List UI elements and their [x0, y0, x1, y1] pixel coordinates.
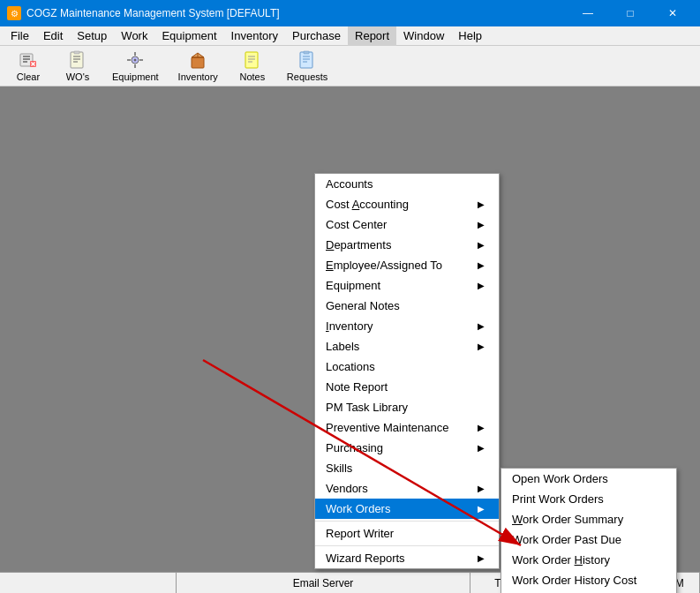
employee-assigned-arrow: ▶ — [478, 260, 485, 270]
title-bar-left: ⚙ COGZ Maintenance Management System [DE… — [7, 6, 280, 20]
accounts-label: Accounts — [326, 177, 373, 191]
employee-assigned-label: Employee/Assigned To — [326, 259, 442, 272]
status-email: Email Server — [177, 573, 470, 593]
menu-file[interactable]: File — [4, 26, 36, 46]
menu-cost-center[interactable]: Cost Center ▶ — [315, 214, 499, 235]
minimize-button[interactable]: — — [568, 0, 608, 26]
work-order-past-due-label: Work Order Past Due — [512, 533, 621, 546]
menu-skills[interactable]: Skills — [315, 458, 499, 478]
menu-help[interactable]: Help — [451, 26, 489, 46]
maximize-button[interactable]: □ — [610, 0, 651, 26]
app-icon: ⚙ — [7, 6, 21, 20]
menu-divider — [315, 521, 499, 522]
svg-rect-7 — [71, 52, 83, 68]
submenu-work-order-history[interactable]: Work Order History — [501, 550, 676, 570]
menu-inventory-report[interactable]: Inventory ▶ — [315, 316, 499, 336]
menu-departments[interactable]: Departments ▶ — [315, 235, 499, 255]
report-menu: Accounts Cost Accounting ▶ Cost Center ▶… — [314, 173, 500, 569]
equipment-report-arrow: ▶ — [478, 281, 485, 290]
menu-work[interactable]: Work — [114, 26, 154, 46]
purchasing-label: Purchasing — [326, 441, 383, 454]
pm-task-library-label: PM Task Library — [326, 401, 408, 414]
equipment-icon — [125, 50, 145, 70]
svg-rect-16 — [127, 59, 131, 61]
menu-equipment-report[interactable]: Equipment ▶ — [315, 275, 499, 296]
menu-vendors[interactable]: Vendors ▶ — [315, 478, 499, 499]
menu-employee-assigned[interactable]: Employee/Assigned To ▶ — [315, 255, 499, 275]
svg-rect-14 — [134, 52, 136, 56]
menu-window[interactable]: Window — [396, 26, 451, 46]
work-order-history-cost-label: Work Order History Cost — [512, 574, 636, 587]
print-work-orders-label: Print Work Orders — [512, 492, 604, 506]
toolbar-equipment-button[interactable]: Equipment — [104, 46, 167, 86]
menu-equipment[interactable]: Equipment — [154, 26, 223, 46]
menu-work-orders[interactable]: Work Orders ▶ — [315, 499, 499, 519]
inventory-report-arrow: ▶ — [478, 321, 485, 331]
wizard-reports-label: Wizard Reports — [326, 552, 405, 565]
submenu-print-work-orders[interactable]: Print Work Orders — [501, 489, 676, 509]
menu-purchase[interactable]: Purchase — [285, 26, 348, 46]
menu-divider2 — [315, 545, 499, 546]
wizard-reports-arrow: ▶ — [478, 553, 485, 563]
menu-purchasing[interactable]: Purchasing ▶ — [315, 438, 499, 458]
cost-accounting-arrow: ▶ — [478, 199, 485, 209]
submenu-open-work-orders[interactable]: Open Work Orders — [501, 469, 676, 489]
menu-accounts[interactable]: Accounts — [315, 174, 499, 194]
clear-label: Clear — [17, 71, 40, 82]
submenu-work-order-summary[interactable]: Work Order Summary — [501, 509, 676, 529]
menu-bar: File Edit Setup Work Equipment Inventory… — [0, 26, 700, 46]
toolbar-clear-button[interactable]: Clear — [5, 46, 51, 86]
toolbar-requests-button[interactable]: Requests — [279, 46, 335, 86]
svg-rect-30 — [304, 51, 309, 54]
menu-inventory[interactable]: Inventory — [224, 26, 285, 46]
inventory-report-label: Inventory — [326, 319, 373, 333]
menu-wizard-reports[interactable]: Wizard Reports ▶ — [315, 548, 499, 568]
menu-edit[interactable]: Edit — [36, 26, 70, 46]
vendors-label: Vendors — [326, 482, 368, 495]
menu-locations[interactable]: Locations — [315, 357, 499, 377]
locations-label: Locations — [326, 360, 375, 373]
menu-setup[interactable]: Setup — [70, 26, 114, 46]
toolbar-inventory-button[interactable]: Inventory — [170, 46, 226, 86]
toolbar-wos-button[interactable]: WO's — [55, 46, 101, 86]
vendors-arrow: ▶ — [478, 484, 485, 493]
menu-labels[interactable]: Labels ▶ — [315, 336, 499, 357]
menu-note-report[interactable]: Note Report — [315, 377, 499, 397]
work-order-history-label: Work Order History — [512, 553, 610, 567]
cost-center-label: Cost Center — [326, 218, 387, 231]
inventory-icon — [188, 50, 207, 70]
menu-cost-accounting[interactable]: Cost Accounting ▶ — [315, 194, 499, 214]
preventive-maintenance-label: Preventive Maintenance — [326, 421, 448, 434]
general-notes-label: General Notes — [326, 299, 400, 312]
submenu-work-order-history-cost[interactable]: Work Order History Cost — [501, 570, 676, 590]
work-orders-label: Work Orders — [326, 502, 390, 515]
labels-arrow: ▶ — [478, 342, 485, 351]
menu-general-notes[interactable]: General Notes — [315, 296, 499, 316]
close-button[interactable]: ✕ — [652, 0, 693, 26]
toolbar-notes-button[interactable]: Notes — [230, 46, 275, 86]
purchasing-arrow: ▶ — [478, 443, 485, 453]
toolbar: Clear WO's Equipment — [0, 46, 700, 86]
work-order-summary-label: Work Order Summary — [512, 513, 623, 526]
notes-icon — [243, 50, 262, 70]
menu-pm-task-library[interactable]: PM Task Library — [315, 397, 499, 417]
open-work-orders-label: Open Work Orders — [512, 472, 608, 485]
main-area: Accounts Cost Accounting ▶ Cost Center ▶… — [0, 86, 700, 572]
status-segment-1 — [0, 573, 177, 593]
notes-label: Notes — [239, 71, 265, 82]
menu-report[interactable]: Report — [348, 26, 396, 46]
inventory-label: Inventory — [178, 71, 218, 82]
cost-center-arrow: ▶ — [478, 220, 485, 229]
menu-report-writer[interactable]: Report Writer — [315, 523, 499, 544]
work-orders-submenu: Open Work Orders Print Work Orders Work … — [501, 468, 677, 593]
svg-rect-15 — [134, 64, 136, 68]
departments-label: Departments — [326, 238, 391, 251]
requests-icon — [297, 50, 317, 70]
report-writer-label: Report Writer — [326, 527, 394, 540]
labels-label: Labels — [326, 340, 359, 353]
wos-label: WO's — [66, 71, 90, 82]
submenu-work-order-past-due[interactable]: Work Order Past Due — [501, 529, 676, 550]
title-bar-controls: — □ ✕ — [568, 0, 693, 26]
preventive-maintenance-arrow: ▶ — [478, 423, 485, 432]
menu-preventive-maintenance[interactable]: Preventive Maintenance ▶ — [315, 417, 499, 438]
